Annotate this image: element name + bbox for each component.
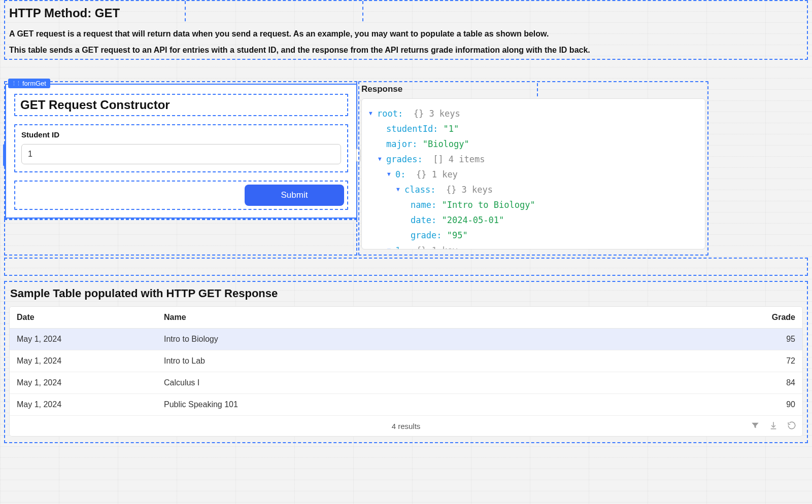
json-meta: [] 4 items (433, 152, 485, 167)
field-label: Student ID (21, 130, 341, 139)
cell-grade: 84 (741, 372, 802, 394)
student-id-input[interactable] (21, 144, 341, 164)
json-value: "95" (447, 228, 468, 243)
cell-date: May 1, 2024 (10, 329, 157, 350)
download-icon[interactable] (769, 421, 778, 431)
expand-toggle-icon[interactable]: ▼ (396, 182, 401, 197)
refresh-icon[interactable] (787, 421, 796, 431)
json-key: name: (411, 197, 436, 212)
submit-box: Submit (14, 181, 348, 210)
spacer-row-outline (4, 258, 808, 276)
column-header-grade[interactable]: Grade (741, 307, 802, 329)
cell-grade: 90 (741, 394, 802, 416)
response-separator (537, 83, 538, 96)
table-header-row: Date Name Grade (10, 307, 802, 329)
json-key: grades: (386, 152, 423, 167)
json-key: class: (404, 182, 435, 197)
response-title: Response (361, 83, 705, 98)
json-key: 1: (395, 243, 405, 249)
json-viewer[interactable]: ▼root: {} 3 keys studentId: "1" major: "… (361, 98, 705, 249)
json-value: "Intro to Biology" (442, 197, 535, 212)
table-row[interactable]: May 1, 2024Intro to Lab72 (10, 350, 802, 372)
field-group: Student ID (14, 124, 348, 172)
response-panel: Response ▼root: {} 3 keys studentId: "1"… (361, 83, 705, 254)
json-value: "1" (444, 121, 459, 136)
column-header-date[interactable]: Date (10, 307, 157, 329)
json-key: grade: (411, 228, 442, 243)
json-key: major: (386, 136, 417, 152)
expand-toggle-icon[interactable]: ▼ (378, 152, 383, 167)
json-key: studentId: (386, 121, 438, 136)
page-title: HTTP Method: GET (9, 6, 803, 20)
table-row[interactable]: May 1, 2024Public Speaking 10190 (10, 394, 802, 416)
json-key: 0: (395, 167, 405, 182)
json-meta: {} 1 key (416, 243, 458, 249)
cell-name: Intro to Biology (157, 329, 741, 350)
table-footer: 4 results (10, 416, 802, 436)
cell-name: Calculus I (157, 372, 741, 394)
submit-button[interactable]: Submit (245, 185, 344, 206)
json-value: "Biology" (423, 136, 469, 152)
expand-toggle-icon[interactable]: ▼ (387, 243, 392, 249)
header-separator (185, 1, 186, 21)
drag-grip-icon: ⋮⋮ (11, 80, 20, 87)
cell-date: May 1, 2024 (10, 372, 157, 394)
component-tag-label: formGet (22, 80, 46, 87)
column-header-name[interactable]: Name (157, 307, 741, 329)
table-section: Sample Table populated with HTTP GET Res… (4, 281, 808, 443)
header-section: HTTP Method: GET A GET request is a requ… (4, 0, 808, 60)
json-meta: {} 3 keys (446, 182, 493, 197)
cell-grade: 95 (741, 329, 802, 350)
json-value: "2024-05-01" (442, 212, 504, 228)
table-row[interactable]: May 1, 2024Intro to Biology95 (10, 329, 802, 350)
json-key: root: (377, 106, 403, 121)
json-key: date: (411, 212, 436, 228)
header-paragraph: This table sends a GET request to an API… (9, 46, 803, 55)
cell-date: May 1, 2024 (10, 350, 157, 372)
json-meta: {} 3 keys (414, 106, 460, 121)
data-table: Date Name Grade May 1, 2024Intro to Biol… (9, 306, 803, 437)
component-tag[interactable]: ⋮⋮ formGet (8, 79, 50, 88)
form-title: GET Request Constructor (20, 98, 342, 112)
filter-icon[interactable] (751, 421, 760, 431)
cell-name: Public Speaking 101 (157, 394, 741, 416)
cell-name: Intro to Lab (157, 350, 741, 372)
expand-toggle-icon[interactable]: ▼ (387, 167, 392, 182)
cell-grade: 72 (741, 350, 802, 372)
results-count: 4 results (392, 422, 421, 430)
table-row[interactable]: May 1, 2024Calculus I84 (10, 372, 802, 394)
form-title-box: GET Request Constructor (14, 94, 348, 116)
json-meta: {} 1 key (416, 167, 458, 182)
header-separator (362, 1, 363, 21)
form-panel: ⋮⋮ formGet GET Request Constructor Stude… (5, 84, 357, 219)
expand-toggle-icon[interactable]: ▼ (369, 106, 374, 121)
cell-date: May 1, 2024 (10, 394, 157, 416)
table-title: Sample Table populated with HTTP GET Res… (9, 287, 803, 300)
header-paragraph: A GET request is a request that will ret… (9, 29, 803, 39)
